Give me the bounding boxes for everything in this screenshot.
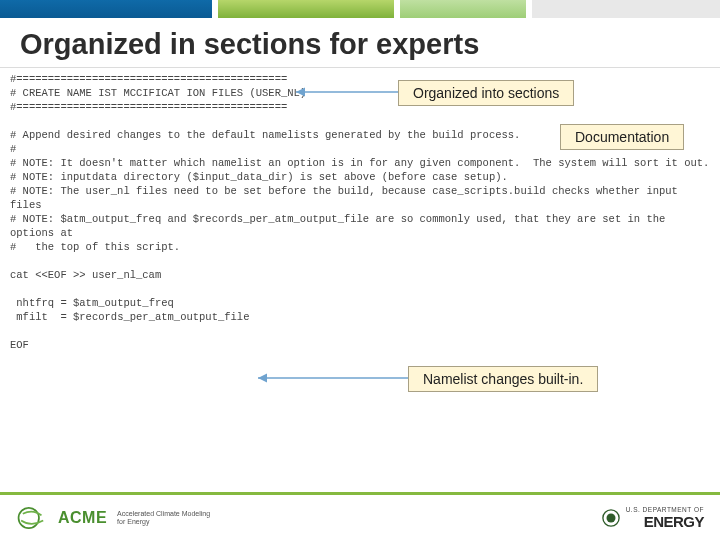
code-area: #=======================================… (0, 68, 720, 496)
svg-point-2 (19, 507, 39, 527)
doe-label-top: U.S. DEPARTMENT OF (626, 506, 704, 513)
slide-title: Organized in sections for experts (0, 18, 720, 68)
footer: ACME Accelerated Climate Modeling for En… (0, 492, 720, 540)
acme-tagline-2: for Energy (117, 518, 210, 526)
acme-tagline-1: Accelerated Climate Modeling (117, 510, 210, 518)
doe-label-main: ENERGY (626, 513, 704, 530)
callout-documentation: Documentation (560, 124, 684, 150)
acme-logo-text: ACME (58, 509, 107, 527)
callout-organized-sections: Organized into sections (398, 80, 574, 106)
doe-logo: U.S. DEPARTMENT OF ENERGY (602, 506, 704, 530)
acme-mark-icon (16, 505, 50, 531)
doe-seal-icon (602, 509, 620, 527)
svg-point-4 (606, 513, 615, 522)
code-block: #=======================================… (10, 72, 710, 352)
callout-namelist-changes: Namelist changes built-in. (408, 366, 598, 392)
acme-logo: ACME Accelerated Climate Modeling for En… (16, 505, 210, 531)
decorative-top-stripes (0, 0, 720, 18)
